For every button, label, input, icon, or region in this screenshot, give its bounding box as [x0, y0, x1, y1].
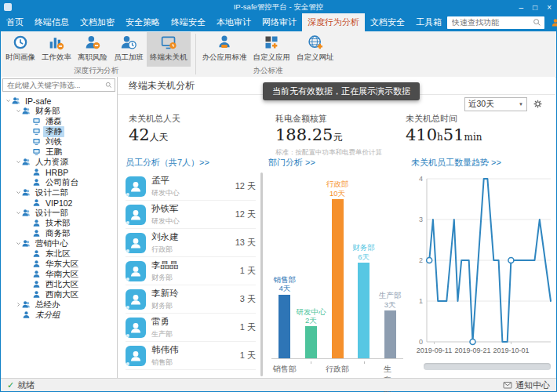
ribbon-button-clock[interactable]: 时间画像 [2, 32, 38, 67]
horizontal-scrollbar[interactable] [424, 363, 551, 370]
maximize-button[interactable]: □ [533, 3, 537, 12]
employee-row[interactable]: 孟平研发中心12 天 [126, 172, 256, 201]
tree-item[interactable]: HRBP [1, 167, 117, 177]
employee-row[interactable]: 雷勇生产部1 天 [126, 314, 256, 342]
close-button[interactable]: × [547, 3, 552, 12]
expand-arrow-icon[interactable] [14, 241, 22, 246]
tree-item[interactable]: VIP102 [1, 198, 117, 208]
expand-arrow-icon[interactable] [14, 190, 22, 195]
ribbon-button-user-clock[interactable]: 员工加班 [111, 32, 147, 67]
user-desk-icon [217, 34, 232, 50]
employee-dept: 销售部 [151, 358, 240, 368]
menu-tab-9[interactable]: 文档安全 [365, 13, 410, 31]
tree-item[interactable]: 华南大区 [1, 269, 117, 279]
minimize-button[interactable]: – [519, 3, 524, 12]
bar-研发中心 [305, 326, 317, 358]
tree-item[interactable]: 公司前台 [1, 177, 117, 187]
tree-item-label: 总经办 [33, 299, 63, 310]
tree-item-label: 东北区 [43, 249, 73, 260]
avatar-person-icon [129, 349, 143, 363]
employee-name: 孟平 [151, 175, 235, 187]
employee-row[interactable]: 韩伟伟销售部1 天 [126, 342, 256, 370]
ribbon-button-user-minus[interactable]: 离职风险 [75, 32, 111, 67]
tree-item[interactable]: 东北区 [1, 249, 117, 259]
employee-row[interactable]: 李晶晶财务部1 天 [126, 257, 256, 285]
employee-row[interactable]: 孙铁军研发中心12 天 [126, 201, 256, 229]
tree-item[interactable]: 商务部 [1, 228, 117, 238]
tree-item[interactable]: 刘铁 [1, 136, 117, 147]
quick-search-input[interactable] [450, 17, 533, 27]
menu-tab-2[interactable]: 终端信息 [29, 13, 75, 31]
menu-tab-1[interactable]: 首页 [1, 13, 29, 31]
stats-row: 未关机总人天42人天耗电金额核算188.25元标准：按配置中功率和电费单价计算未… [129, 113, 555, 155]
employees-link[interactable]: 员工分析（共7人）>> [126, 158, 209, 167]
main-panel: 终端未关机分析 当前无有效数据，正在展示演示数据 近30天 ▼ 未关机总人天42… [118, 77, 555, 378]
tree-item[interactable]: 营销中心 [1, 238, 117, 249]
ribbon-button-label: 终端未关机 [150, 53, 187, 63]
date-range-select[interactable]: 近30天 ▼ [464, 97, 527, 111]
ribbon-button-squares-plus[interactable]: 自定义应用 [250, 32, 294, 67]
menu-tab-8[interactable]: 深度行为分析 [302, 13, 365, 31]
expand-arrow-icon[interactable] [14, 159, 22, 165]
tree-item[interactable]: 设计一部 [1, 208, 117, 218]
expand-arrow-icon[interactable] [4, 98, 12, 103]
employee-list: 孟平研发中心12 天孙铁军研发中心12 天刘永建行政部13 天李晶晶财务部1 天… [126, 172, 256, 376]
departments-link[interactable]: 部门分析 >> [268, 158, 315, 167]
svg-text:2019-10-01: 2019-10-01 [493, 347, 529, 354]
search-icon[interactable] [533, 18, 541, 27]
menu-tab-10[interactable]: 工具箱 [410, 13, 447, 31]
tree-item[interactable]: 人力资源 [1, 157, 117, 167]
tree-item[interactable]: 未分组 [1, 310, 117, 320]
settings-gear-button[interactable] [531, 97, 544, 111]
avatar [126, 318, 146, 338]
notification-center[interactable]: 通知中心 [503, 379, 550, 391]
stat-value: 188.25元 [275, 127, 406, 143]
menu-tab-6[interactable]: 本地审计 [211, 13, 257, 31]
employee-row[interactable]: 刘永建行政部13 天 [126, 229, 256, 257]
quick-search-box[interactable] [447, 16, 544, 29]
user-menu[interactable]: VIP102 ▼ [544, 13, 557, 31]
menu-tab-7[interactable]: 网络审计 [257, 13, 302, 31]
expand-arrow-icon[interactable] [14, 108, 22, 114]
tree-item[interactable]: 王鹏 [1, 147, 117, 157]
tree-item[interactable]: 华东大区 [1, 259, 117, 269]
tree-item-label: 营销中心 [33, 238, 71, 249]
ribbon-button-globe-plus[interactable]: 自定义网址 [293, 32, 337, 67]
tree-item[interactable]: 财务部 [1, 106, 117, 116]
menu-tab-3[interactable]: 文档加密 [75, 13, 120, 31]
bar-财务部 [358, 263, 370, 358]
ribbon-button-monitor[interactable]: 终端未关机 [147, 32, 191, 67]
menu-tab-5[interactable]: 终端安全 [166, 13, 211, 31]
employee-info: 李新玲财务部 [151, 288, 240, 311]
menu-tab-4[interactable]: 安全策略 [120, 13, 166, 31]
trend-link[interactable]: 未关机员工数量趋势 >> [411, 158, 501, 167]
vertical-scrollbar[interactable] [260, 172, 263, 376]
employee-days: 3 天 [240, 293, 256, 305]
expand-arrow-icon[interactable] [14, 210, 22, 216]
stat-label: 耗电金额核算 [275, 113, 406, 125]
tree-filter-box[interactable] [2, 78, 115, 92]
tree-item[interactable]: 潘磊 [1, 116, 117, 126]
group-icon [22, 300, 31, 309]
employee-row[interactable]: 李新玲财务部3 天 [126, 285, 256, 314]
ribbon-button-label: 自定义应用 [253, 53, 291, 63]
tree-item[interactable]: 技术部 [1, 218, 117, 228]
tree-item[interactable]: 总经办 [1, 299, 117, 310]
tree-item[interactable]: 西北大区 [1, 279, 117, 289]
ribbon-button-chart[interactable]: 工作效率 [38, 32, 75, 67]
collapse-arrow-icon[interactable] [14, 302, 22, 307]
bar-行政部 [332, 199, 344, 358]
tree-item[interactable]: 李静 [1, 126, 117, 136]
ribbon-group-behavior: 时间画像工作效率离职风险员工加班终端未关机 深度行为分析 [1, 31, 192, 77]
tree-item[interactable]: 设计二部 [1, 187, 117, 198]
tree-item-label: 华南大区 [43, 269, 81, 280]
stat-value: 410h51min [406, 127, 552, 143]
tree-item[interactable]: IP-safe [1, 96, 117, 106]
ribbon-button-user-desk[interactable]: 办公应用标准 [199, 32, 250, 67]
department-bar-chart: 销售部 4天研发中心 2天行政部 10天财务部 6天生产部 3天 [271, 172, 403, 359]
tree-item[interactable]: 西南大区 [1, 289, 117, 299]
monitor-icon [161, 34, 177, 50]
app-window: IP-safe管控平台 - 安全管控 – □ × 首页终端信息文档加密安全策略终… [0, 0, 557, 392]
window-title: IP-safe管控平台 - 安全管控 [1, 2, 556, 13]
tree-filter-input[interactable] [5, 80, 105, 90]
